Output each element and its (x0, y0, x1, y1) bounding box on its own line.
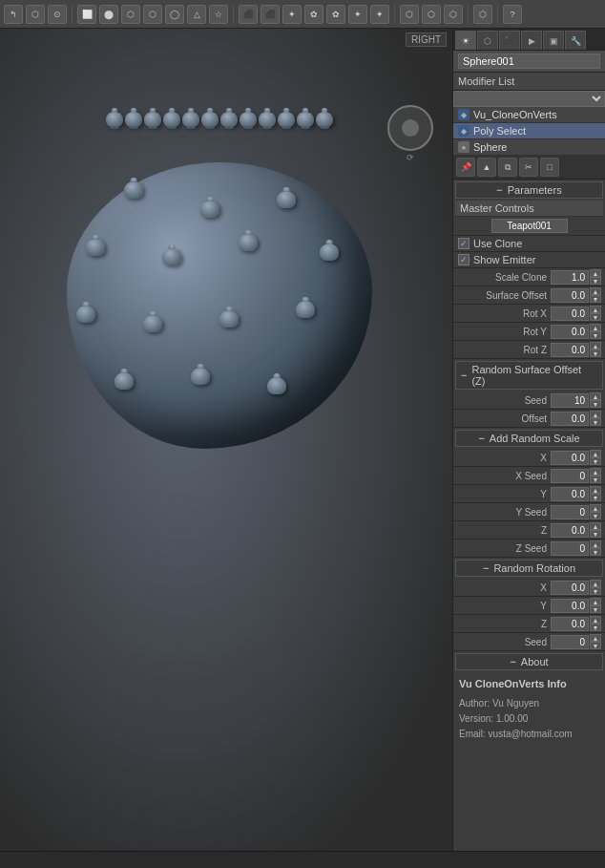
y-seed-down[interactable]: ▼ (590, 512, 601, 519)
toolbar-icon-15[interactable]: ✿ (326, 5, 345, 24)
rr-x-up[interactable]: ▲ (590, 580, 601, 587)
toolbar-icon-20[interactable]: ⬡ (444, 5, 463, 24)
toolbar-icon-21[interactable]: ⬡ (473, 5, 492, 24)
rr-seed-up[interactable]: ▲ (590, 634, 601, 642)
pin-icon[interactable]: 📌 (456, 158, 475, 177)
toolbar-icon-19[interactable]: ⬡ (422, 5, 441, 24)
seed-down[interactable]: ▼ (590, 400, 601, 408)
y-input[interactable] (551, 487, 589, 501)
z-seed-input[interactable] (551, 541, 589, 556)
rot-y-up[interactable]: ▲ (590, 324, 601, 331)
toolbar-icon-4[interactable]: ⬜ (77, 5, 96, 24)
toolbar-icon-10[interactable]: ☆ (209, 5, 228, 24)
toolbar-icon-1[interactable]: ↰ (4, 5, 23, 24)
rr-y-up[interactable]: ▲ (590, 598, 601, 605)
random-surface-offset-header[interactable]: − Random Surface Offset (Z) (455, 361, 603, 390)
rot-y-input[interactable] (551, 325, 589, 339)
x-down[interactable]: ▼ (590, 457, 601, 465)
toolbar-icon-12[interactable]: ⬛ (261, 5, 280, 24)
x-up[interactable]: ▲ (590, 450, 601, 457)
rot-x-up[interactable]: ▲ (590, 306, 601, 313)
toolbar-icon-7[interactable]: ⬡ (143, 5, 162, 24)
rot-y-down[interactable]: ▼ (590, 331, 601, 339)
toolbar-icon-11[interactable]: ⬛ (239, 5, 258, 24)
tab-hierarchy[interactable]: ⬛ (499, 31, 520, 50)
rr-z-input[interactable] (551, 617, 589, 631)
rot-x-input[interactable] (551, 307, 589, 321)
offset-input[interactable] (551, 412, 589, 426)
move-down-icon[interactable]: ⧉ (498, 158, 517, 177)
teapot-name-input[interactable] (491, 219, 568, 233)
toolbar-icon-9[interactable]: △ (187, 5, 206, 24)
tab-display2[interactable]: ▣ (543, 31, 564, 50)
toolbar-icon-14[interactable]: ✿ (304, 5, 323, 24)
seed-input[interactable] (551, 393, 589, 408)
rr-seed-input[interactable] (551, 635, 589, 649)
toolbar-icon-22[interactable]: ? (503, 5, 522, 24)
rot-z-down[interactable]: ▼ (590, 349, 601, 357)
tab-motion[interactable]: ▶ (521, 31, 542, 50)
surface-offset-up[interactable]: ▲ (590, 287, 601, 295)
x-input[interactable] (551, 451, 589, 465)
use-clone-checkbox[interactable]: ✓ (458, 238, 469, 249)
modifier-vu-clone[interactable]: ◆ Vu_CloneOnVerts (453, 107, 605, 123)
modifier-poly-select[interactable]: ◆ Poly Select (453, 123, 605, 139)
scale-clone-down[interactable]: ▼ (590, 277, 601, 285)
show-emitter-checkbox[interactable]: ✓ (458, 254, 469, 265)
rr-x-spinner: ▲ ▼ (590, 580, 601, 595)
toolbar-icon-17[interactable]: ✦ (370, 5, 389, 24)
parameters-header[interactable]: − Parameters (455, 181, 603, 199)
rr-x-input[interactable] (551, 581, 589, 595)
seed-up[interactable]: ▲ (590, 392, 601, 400)
surface-offset-down[interactable]: ▼ (590, 295, 601, 303)
rot-x-down[interactable]: ▼ (590, 313, 601, 321)
delete-icon[interactable]: ✂ (519, 158, 538, 177)
toolbar-icon-6[interactable]: ⬡ (121, 5, 140, 24)
y-down[interactable]: ▼ (590, 494, 601, 501)
scale-clone-up[interactable]: ▲ (590, 269, 601, 277)
rr-seed-down[interactable]: ▼ (590, 642, 601, 649)
toolbar-icon-5[interactable]: ⬤ (99, 5, 118, 24)
rr-z-up[interactable]: ▲ (590, 616, 601, 624)
y-seed-up[interactable]: ▲ (590, 504, 601, 512)
tab-utilities[interactable]: 🔧 (565, 31, 586, 50)
toolbar-icon-3[interactable]: ⊙ (48, 5, 67, 24)
modifier-sphere[interactable]: ● Sphere (453, 139, 605, 156)
viewport[interactable]: RIGHT ⟳ (0, 29, 452, 851)
random-rotation-header[interactable]: − Random Rotation (455, 560, 603, 577)
tab-display[interactable]: ☀ (455, 31, 476, 50)
toolbar-icon-2[interactable]: ⬡ (26, 5, 45, 24)
x-seed-up[interactable]: ▲ (590, 468, 601, 476)
surface-offset-input[interactable] (551, 288, 589, 303)
tab-modify[interactable]: ⬡ (477, 31, 498, 50)
rr-x-down[interactable]: ▼ (590, 587, 601, 595)
toolbar-icon-18[interactable]: ⬡ (400, 5, 419, 24)
z-input[interactable] (551, 523, 589, 538)
about-header[interactable]: − About (455, 653, 603, 670)
z-seed-up[interactable]: ▲ (590, 540, 601, 548)
y-up[interactable]: ▲ (590, 486, 601, 494)
y-seed-input[interactable] (551, 505, 589, 519)
z-seed-down[interactable]: ▼ (590, 548, 601, 556)
x-seed-input[interactable] (551, 469, 589, 483)
rr-y-down[interactable]: ▼ (590, 605, 601, 613)
toolbar-icon-16[interactable]: ✦ (348, 5, 367, 24)
rr-z-down[interactable]: ▼ (590, 624, 601, 631)
rr-y-input[interactable] (551, 599, 589, 613)
teapot-ring-item (259, 112, 276, 127)
rot-z-up[interactable]: ▲ (590, 342, 601, 349)
add-random-scale-header[interactable]: − Add Random Scale (455, 430, 603, 447)
z-down[interactable]: ▼ (590, 530, 601, 538)
rot-z-input[interactable] (551, 343, 589, 357)
move-up-icon[interactable]: ▲ (477, 158, 496, 177)
toolbar-icon-13[interactable]: ✦ (282, 5, 302, 24)
offset-up[interactable]: ▲ (590, 411, 601, 418)
z-up[interactable]: ▲ (590, 522, 601, 530)
x-seed-down[interactable]: ▼ (590, 476, 601, 483)
copy-icon[interactable]: □ (540, 158, 559, 177)
scale-clone-input[interactable] (551, 270, 589, 285)
toolbar-icon-8[interactable]: ◯ (165, 5, 184, 24)
modifier-list-dropdown[interactable] (453, 91, 605, 107)
object-name-input[interactable] (458, 53, 600, 69)
offset-down[interactable]: ▼ (590, 418, 601, 426)
